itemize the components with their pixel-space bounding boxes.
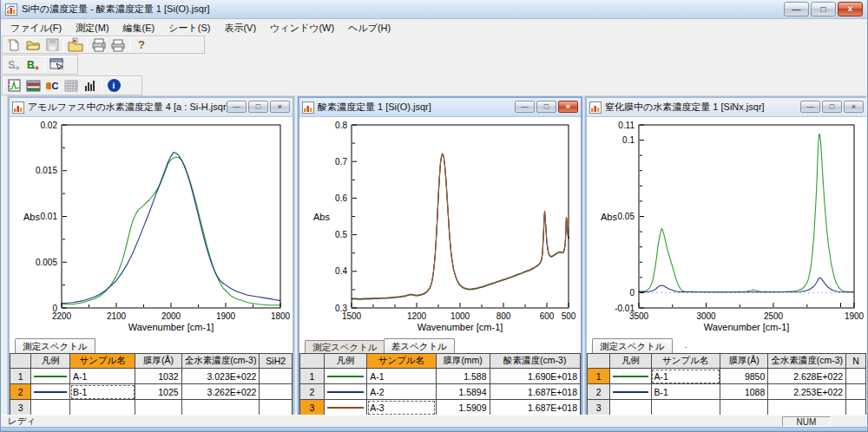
open-folder-icon[interactable] [23, 37, 43, 53]
child-titlebar-sio[interactable]: 酸素濃度定量 1 [Si(O).jsqr] — □ × [299, 98, 581, 117]
sample-name-cell[interactable]: A-1 [651, 369, 720, 384]
menu-edit[interactable]: 編集(E) [117, 20, 161, 36]
child-close-button[interactable]: × [558, 101, 578, 113]
menu-measure[interactable]: 測定(M) [69, 20, 115, 36]
menu-sheet[interactable]: シート(S) [162, 20, 216, 36]
child-titlebar-sinx[interactable]: 窒化膜中の水素濃度定量 1 [SiNx.jsqr] — □ × [587, 98, 866, 117]
histogram-view-icon[interactable] [81, 78, 100, 94]
col-header-rownum[interactable] [10, 354, 31, 369]
concentration-cell[interactable] [768, 400, 846, 416]
sample-name-cell[interactable]: A-2 [367, 384, 437, 400]
extra-cell[interactable] [846, 384, 866, 400]
concentration-cell[interactable]: 1.687E+018 [490, 400, 580, 416]
tab-measured-spectrum[interactable]: 測定スペクトル [305, 340, 385, 353]
legend-cell[interactable] [324, 400, 367, 416]
col-header-concentration[interactable]: 酸素濃度(cm-3) [490, 354, 580, 369]
child-titlebar-sih[interactable]: アモルファス中の水素濃度定量 4 [a : Si-H.jsqr] — □ × [10, 98, 293, 117]
tab-difference-spectrum[interactable]: 差スペクトル [384, 338, 455, 353]
sample-name-cell[interactable]: A-1 [70, 369, 135, 384]
col-header-sample[interactable]: サンプル名 [651, 354, 720, 369]
thickness-cell[interactable]: 1.5909 [436, 400, 490, 416]
close-button[interactable]: × [838, 2, 863, 16]
color-bands-icon[interactable] [23, 78, 43, 94]
col-header-thickness[interactable]: 膜厚(Å) [135, 354, 181, 369]
menu-view[interactable]: 表示(V) [218, 20, 262, 36]
concentration-calc-icon[interactable]: C [43, 78, 62, 94]
concentration-cell[interactable]: 1.687E+018 [490, 384, 580, 400]
child-maximize-button[interactable]: □ [822, 101, 842, 113]
sample-name-cell[interactable]: A-3 [367, 400, 437, 416]
legend-cell[interactable] [31, 400, 70, 416]
info-icon[interactable]: i [104, 78, 123, 94]
extra-cell[interactable] [260, 400, 293, 416]
row-number[interactable]: 2 [10, 384, 31, 400]
sample-name-cell[interactable]: B-1 [651, 384, 720, 400]
thickness-cell[interactable]: 1.588 [436, 369, 490, 384]
col-header-thickness[interactable]: 膜厚(Å) [720, 354, 768, 369]
export-folder-icon[interactable] [66, 37, 85, 53]
minimize-button[interactable]: — [784, 2, 809, 16]
thickness-cell[interactable]: 1088 [720, 384, 768, 400]
legend-cell[interactable] [324, 369, 367, 384]
row-number[interactable]: 3 [588, 400, 610, 416]
legend-cell[interactable] [31, 384, 70, 400]
spectrum-chart-sih[interactable]: 2200210020001900180000.0050.010.0150.02A… [10, 117, 293, 337]
sample-name-cell[interactable]: B-1 [70, 384, 135, 400]
col-header-concentration[interactable]: 全水素濃度(cm-3) [181, 354, 260, 369]
row-number[interactable]: 1 [10, 369, 31, 384]
print-icon[interactable] [108, 37, 128, 53]
tab-measured-spectrum[interactable]: 測定スペクトル [592, 338, 673, 353]
concentration-cell[interactable]: 3.023E+022 [181, 369, 260, 384]
col-header-sample[interactable]: サンプル名 [70, 354, 135, 369]
col-header-concentration[interactable]: 全水素濃度(cm-3) [768, 354, 846, 369]
extra-cell[interactable] [260, 384, 293, 400]
new-document-icon[interactable] [4, 37, 23, 53]
sample-name-cell[interactable] [70, 400, 135, 416]
thickness-cell[interactable]: 1025 [135, 384, 181, 400]
col-header-extra[interactable]: N [846, 354, 866, 369]
col-header-rownum[interactable] [588, 354, 610, 369]
thickness-cell[interactable] [135, 400, 181, 416]
print-preview-icon[interactable] [89, 37, 108, 53]
help-icon[interactable]: ? [132, 37, 151, 53]
col-header-sample[interactable]: サンプル名 [367, 354, 437, 369]
child-minimize-button[interactable]: — [515, 101, 535, 113]
col-header-legend[interactable]: 凡例 [324, 354, 367, 369]
spectrum-chart-sinx[interactable]: 3500300025001900-0.0100.050.10.11AbsWave… [587, 117, 866, 337]
concentration-cell[interactable]: 2.628E+022 [768, 369, 846, 384]
extra-cell[interactable] [846, 369, 866, 384]
concentration-cell[interactable]: 1.690E+018 [490, 369, 580, 384]
legend-cell[interactable] [610, 384, 651, 400]
main-titlebar[interactable]: Si中の濃度定量 - 酸素濃度定量 1 [Si(O).jsqr] — □ × [1, 0, 867, 19]
legend-cell[interactable] [610, 400, 651, 416]
row-number[interactable]: 1 [588, 369, 610, 384]
menu-window[interactable]: ウィンドウ(W) [264, 20, 340, 36]
child-minimize-button[interactable]: — [800, 101, 820, 113]
concentration-cell[interactable] [181, 400, 260, 416]
thickness-cell[interactable]: 9850 [720, 369, 768, 384]
pointer-window-icon[interactable] [47, 57, 66, 73]
row-number[interactable]: 2 [300, 384, 325, 400]
child-maximize-button[interactable]: □ [536, 101, 556, 113]
grid-view-icon[interactable] [62, 78, 81, 94]
legend-cell[interactable] [324, 384, 367, 400]
menu-help[interactable]: ヘルプ(H) [342, 20, 397, 36]
peak-chart-icon[interactable] [4, 78, 23, 94]
legend-cell[interactable] [31, 369, 70, 384]
child-minimize-button[interactable]: — [227, 101, 247, 113]
extra-cell[interactable] [260, 369, 293, 384]
thickness-cell[interactable]: 1032 [135, 369, 181, 384]
spectrum-chart-sio[interactable]: 1500120010008006005000.30.40.50.60.70.8A… [299, 117, 581, 337]
col-header-legend[interactable]: 凡例 [31, 354, 70, 369]
sample-name-cell[interactable] [651, 400, 720, 416]
child-close-button[interactable]: × [270, 101, 290, 113]
thickness-cell[interactable] [720, 400, 768, 416]
tab-measured-spectrum[interactable]: 測定スペクトル [15, 338, 95, 353]
row-number[interactable]: 2 [588, 384, 610, 400]
concentration-cell[interactable]: 3.262E+022 [181, 384, 260, 400]
col-header-rownum[interactable] [300, 354, 325, 369]
row-number[interactable]: 3 [300, 400, 325, 416]
col-header-legend[interactable]: 凡例 [610, 354, 651, 369]
row-number[interactable]: 1 [300, 369, 325, 384]
maximize-button[interactable]: □ [811, 2, 836, 16]
